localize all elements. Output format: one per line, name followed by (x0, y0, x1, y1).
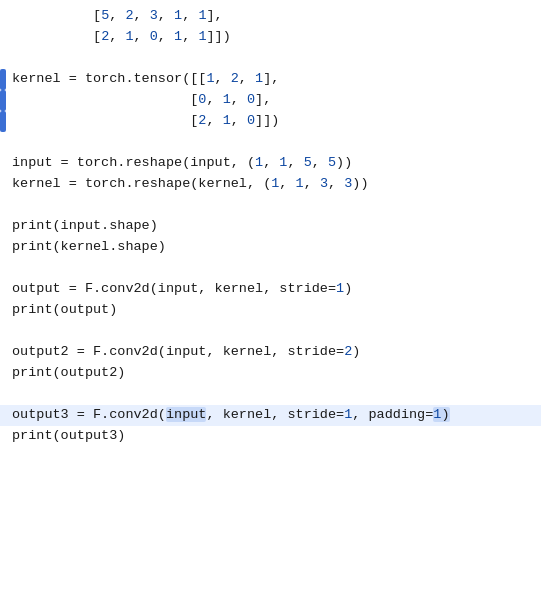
code-line-print-output3: print(output3) (0, 426, 541, 447)
code-line-empty-2 (0, 132, 541, 153)
code-line-input-reshape: input = torch.reshape(input, (1, 1, 5, 5… (0, 153, 541, 174)
code-line-output1: output = F.conv2d(input, kernel, stride=… (0, 279, 541, 300)
code-line-empty-5 (0, 321, 541, 342)
code-line-print-kernel-shape: print(kernel.shape) (0, 237, 541, 258)
code-line-2: [2, 1, 0, 1, 1]]) (0, 27, 541, 48)
code-line-print-output: print(output) (0, 300, 541, 321)
code-line-output2: output2 = F.conv2d(input, kernel, stride… (0, 342, 541, 363)
code-line-empty-1 (0, 48, 541, 69)
code-line-print-input-shape: print(input.shape) (0, 216, 541, 237)
code-line-print-output2: print(output2) (0, 363, 541, 384)
gutter-active-2 (0, 90, 6, 111)
code-line-empty-6 (0, 384, 541, 405)
gutter-active-3 (0, 111, 6, 132)
code-line-kernel-reshape: kernel = torch.reshape(kernel, (1, 1, 3,… (0, 174, 541, 195)
code-line-empty-4 (0, 258, 541, 279)
code-line-empty-3 (0, 195, 541, 216)
code-line-kernel-row2: [0, 1, 0], (0, 90, 541, 111)
code-line-1: [5, 2, 3, 1, 1], (0, 6, 541, 27)
code-line-output3: output3 = F.conv2d(input, kernel, stride… (0, 405, 541, 426)
gutter-active (0, 69, 6, 90)
code-editor: [5, 2, 3, 1, 1], [2, 1, 0, 1, 1]]) kerne… (0, 0, 541, 596)
code-line-kernel-tensor: kernel = torch.tensor([[1, 2, 1], (0, 69, 541, 90)
code-line-kernel-row3: [2, 1, 0]]) (0, 111, 541, 132)
